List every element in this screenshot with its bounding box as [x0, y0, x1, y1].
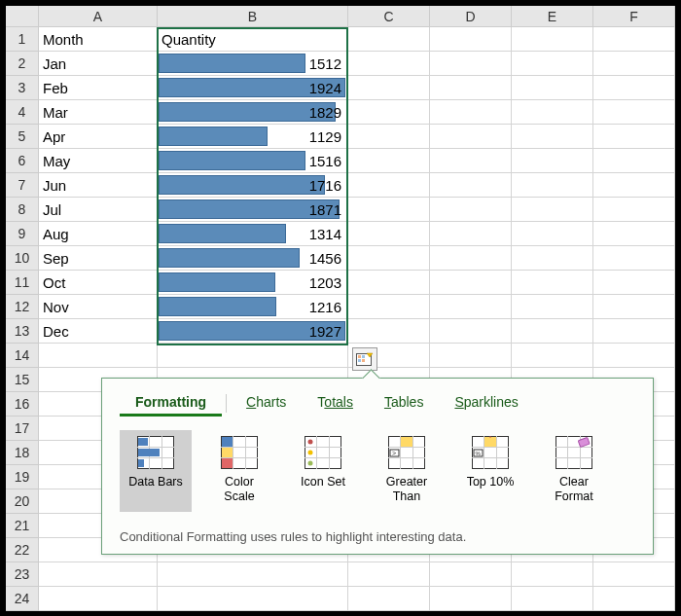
qa-item-greater-than[interactable]: > GreaterThan: [371, 430, 443, 512]
column-header-d[interactable]: D: [430, 6, 512, 27]
cell-B10[interactable]: 1456: [158, 246, 348, 271]
cell-E4[interactable]: [512, 100, 593, 125]
tab-tables[interactable]: Tables: [369, 390, 439, 417]
tab-totals[interactable]: Totals: [302, 390, 369, 417]
row-header[interactable]: 7: [6, 173, 39, 198]
cell-B23[interactable]: [158, 562, 348, 587]
cell-B4[interactable]: 1829: [158, 100, 348, 125]
cell-F6[interactable]: [593, 149, 675, 173]
cell-F2[interactable]: [593, 52, 675, 76]
cell-C13[interactable]: [348, 319, 430, 344]
row-header[interactable]: 10: [6, 246, 39, 271]
column-header-e[interactable]: E: [512, 6, 593, 27]
cell-E13[interactable]: [512, 319, 593, 344]
cell-C1[interactable]: [348, 27, 430, 52]
cell-F9[interactable]: [593, 222, 675, 246]
cell-B8[interactable]: 1871: [158, 198, 348, 222]
cell-B14[interactable]: [158, 344, 348, 368]
tab-charts[interactable]: Charts: [231, 390, 302, 417]
row-header[interactable]: 1: [6, 27, 39, 52]
cell-A2[interactable]: Jan: [39, 52, 158, 76]
cell-D24[interactable]: [430, 587, 512, 611]
cell-F4[interactable]: [593, 100, 675, 125]
row-header[interactable]: 2: [6, 52, 39, 76]
qa-item-icon-set[interactable]: Icon Set: [287, 430, 359, 512]
cell-D6[interactable]: [430, 149, 512, 173]
cell-C6[interactable]: [348, 149, 430, 173]
cell-D5[interactable]: [430, 125, 512, 149]
cell-D14[interactable]: [430, 344, 512, 368]
cell-B13[interactable]: 1927: [158, 319, 348, 344]
cell-F12[interactable]: [593, 295, 675, 319]
row-header[interactable]: 5: [6, 125, 39, 149]
quick-analysis-button[interactable]: [352, 347, 377, 371]
cell-B6[interactable]: 1516: [158, 149, 348, 173]
cell-E7[interactable]: [512, 173, 593, 198]
cell-A6[interactable]: May: [39, 149, 158, 173]
cell-C10[interactable]: [348, 246, 430, 271]
row-header[interactable]: 9: [6, 222, 39, 246]
cell-D2[interactable]: [430, 52, 512, 76]
cell-A12[interactable]: Nov: [39, 295, 158, 319]
cell-D12[interactable]: [430, 295, 512, 319]
tab-formatting[interactable]: Formatting: [120, 390, 222, 417]
qa-item-data-bars[interactable]: Data Bars: [120, 430, 192, 512]
cell-E23[interactable]: [512, 562, 593, 587]
select-all-cell[interactable]: [6, 6, 39, 27]
row-header[interactable]: 12: [6, 295, 39, 319]
row-header[interactable]: 22: [6, 538, 39, 562]
cell-F24[interactable]: [593, 587, 675, 611]
qa-item-top-10[interactable]: % Top 10%: [454, 430, 526, 512]
cell-D9[interactable]: [430, 222, 512, 246]
cell-F5[interactable]: [593, 125, 675, 149]
row-header[interactable]: 21: [6, 514, 39, 538]
row-header[interactable]: 13: [6, 319, 39, 344]
column-header-c[interactable]: C: [348, 6, 430, 27]
cell-D3[interactable]: [430, 76, 512, 100]
column-header-f[interactable]: F: [593, 6, 675, 27]
cell-A13[interactable]: Dec: [39, 319, 158, 344]
cell-E2[interactable]: [512, 52, 593, 76]
cell-B24[interactable]: [158, 587, 348, 611]
row-header[interactable]: 16: [6, 392, 39, 417]
row-header[interactable]: 15: [6, 368, 39, 392]
cell-B9[interactable]: 1314: [158, 222, 348, 246]
row-header[interactable]: 18: [6, 441, 39, 465]
cell-B1[interactable]: Quantity: [158, 27, 348, 52]
cell-D1[interactable]: [430, 27, 512, 52]
cell-A9[interactable]: Aug: [39, 222, 158, 246]
cell-E24[interactable]: [512, 587, 593, 611]
row-header[interactable]: 17: [6, 417, 39, 441]
cell-D11[interactable]: [430, 271, 512, 295]
cell-D13[interactable]: [430, 319, 512, 344]
cell-A3[interactable]: Feb: [39, 76, 158, 100]
cell-A23[interactable]: [39, 562, 158, 587]
cell-C5[interactable]: [348, 125, 430, 149]
cell-C9[interactable]: [348, 222, 430, 246]
cell-A14[interactable]: [39, 344, 158, 368]
cell-F7[interactable]: [593, 173, 675, 198]
cell-C4[interactable]: [348, 100, 430, 125]
cell-B3[interactable]: 1924: [158, 76, 348, 100]
tab-sparklines[interactable]: Sparklines: [439, 390, 533, 417]
cell-E5[interactable]: [512, 125, 593, 149]
cell-C3[interactable]: [348, 76, 430, 100]
row-header[interactable]: 11: [6, 271, 39, 295]
cell-C23[interactable]: [348, 562, 430, 587]
cell-E14[interactable]: [512, 344, 593, 368]
cell-D23[interactable]: [430, 562, 512, 587]
cell-B7[interactable]: 1716: [158, 173, 348, 198]
cell-D4[interactable]: [430, 100, 512, 125]
cell-E9[interactable]: [512, 222, 593, 246]
cell-F8[interactable]: [593, 198, 675, 222]
cell-A11[interactable]: Oct: [39, 271, 158, 295]
column-header-b[interactable]: B: [158, 6, 348, 27]
cell-F3[interactable]: [593, 76, 675, 100]
cell-E1[interactable]: [512, 27, 593, 52]
cell-D10[interactable]: [430, 246, 512, 271]
row-header[interactable]: 23: [6, 562, 39, 587]
cell-A24[interactable]: [39, 587, 158, 611]
row-header[interactable]: 14: [6, 344, 39, 368]
qa-item-clear-format[interactable]: ClearFormat: [538, 430, 610, 512]
row-header[interactable]: 8: [6, 198, 39, 222]
